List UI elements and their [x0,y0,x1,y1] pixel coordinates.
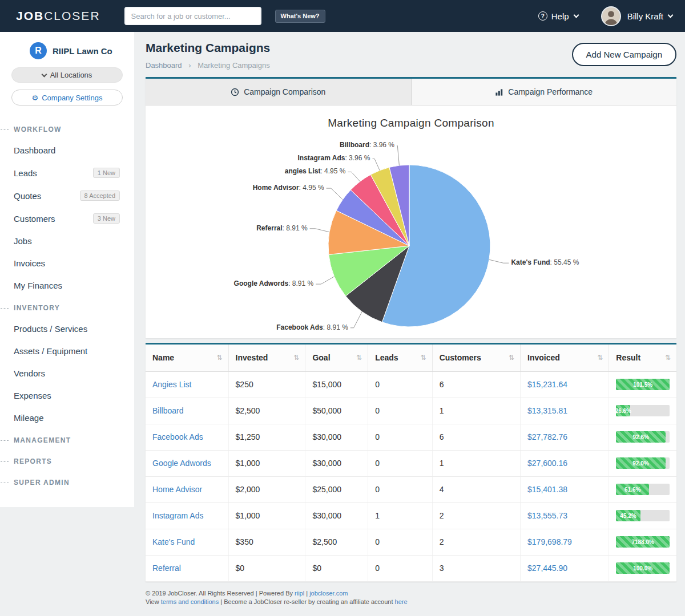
invoiced-link[interactable]: $15,231.64 [527,380,567,389]
sidebar-item-quotes[interactable]: Quotes8 Accepted [0,184,134,207]
column-label: Leads [375,353,398,362]
campaign-link[interactable]: Angies List [152,380,191,389]
sort-icon[interactable]: ⇅ [293,354,299,362]
result-percent-label: 101.5% [633,382,652,388]
sidebar-item-customers[interactable]: Customers3 New [0,207,134,230]
table-header-row: Name⇅Invested⇅Goal⇅Leads⇅Customers⇅Invoi… [146,345,676,371]
cell-customers: 6 [432,424,520,450]
sidebar-item-label: Quotes [14,191,41,201]
sidebar-item-vendors[interactable]: Vendors [0,362,134,384]
sidebar-item-mileage[interactable]: Mileage [0,407,134,429]
invoiced-link[interactable]: $179,698.79 [527,537,572,546]
invoiced-link[interactable]: $15,401.38 [527,485,567,494]
campaign-link[interactable]: Facebook Ads [152,432,203,441]
sidebar-item-label: Products / Services [14,324,87,334]
campaign-table-card: Name⇅Invested⇅Goal⇅Leads⇅Customers⇅Invoi… [146,343,676,582]
nav-section-reports[interactable]: REPORTS [0,450,134,471]
invoiced-link[interactable]: $27,782.76 [527,432,567,441]
sort-icon[interactable]: ⇅ [217,354,223,362]
section-label: INVENTORY [14,304,60,312]
sort-icon[interactable]: ⇅ [356,354,362,362]
cell-invoiced: $27,445.90 [521,555,609,581]
sidebar-item-products-services[interactable]: Products / Services [0,318,134,340]
company-settings-button[interactable]: ⚙ Company Settings [11,90,123,106]
cell-customers: 1 [432,398,520,424]
column-label: Name [152,353,174,362]
column-header-goal[interactable]: Goal⇅ [305,345,368,371]
riipl-link[interactable]: riipl [295,590,304,597]
sidebar-item-my-finances[interactable]: My Finances [0,274,134,297]
invoiced-link[interactable]: $13,315.81 [527,406,567,415]
column-header-leads[interactable]: Leads⇅ [368,345,433,371]
section-label: MANAGEMENT [14,436,71,444]
column-label: Goal [312,353,330,362]
nav-section-super-admin[interactable]: SUPER ADMIN [0,471,134,492]
campaign-link[interactable]: Referral [152,564,181,573]
app-logo[interactable]: JOBCLOSER [16,9,100,23]
invoiced-link[interactable]: $27,445.90 [527,564,567,573]
result-bar-track: 26.6% [616,405,670,416]
nav-section-workflow[interactable]: WORKFLOW [0,118,134,139]
column-header-customers[interactable]: Customers⇅ [432,345,520,371]
sidebar-item-leads[interactable]: Leads1 New [0,161,134,184]
cell-goal: $30,000 [305,502,368,529]
jobcloser-link[interactable]: jobcloser.com [309,590,348,597]
invoiced-link[interactable]: $13,555.73 [527,511,567,520]
cell-name: Referral [146,555,228,581]
sort-icon[interactable]: ⇅ [665,354,671,362]
campaign-link[interactable]: Instagram Ads [152,511,204,520]
chevron-down-icon [668,12,674,18]
cell-invoiced: $27,782.76 [521,424,609,450]
pie-connector-line [327,188,343,200]
sidebar-item-jobs[interactable]: Jobs [0,230,134,252]
nav-section-inventory[interactable]: INVENTORY [0,297,134,318]
pie-connector-line [489,260,509,263]
table-body: Angies List$250$15,00006$15,231.64101.5%… [146,371,676,581]
gear-icon: ⚙ [32,94,39,102]
sidebar-item-label: My Finances [14,281,62,290]
tab-campaign-performance[interactable]: Campaign Performance [411,79,677,105]
campaign-link[interactable]: Google Adwords [152,459,211,468]
sort-icon[interactable]: ⇅ [421,354,426,362]
table-row: Instagram Ads$1,000$30,00012$13,555.7345… [146,502,676,529]
tabs: Campaign Comparison Campaign Performance [146,79,676,106]
nav-section-management[interactable]: MANAGEMENT [0,429,134,450]
search-input[interactable] [124,7,261,25]
breadcrumb-dashboard[interactable]: Dashboard [146,61,182,70]
affiliate-link[interactable]: here [395,598,408,605]
campaign-link[interactable]: Kate's Fund [152,537,195,546]
column-header-result[interactable]: Result⇅ [609,345,676,371]
campaign-link[interactable]: Billboard [152,406,183,415]
campaign-link[interactable]: Home Advisor [152,485,202,494]
tab-campaign-comparison[interactable]: Campaign Comparison [146,79,411,105]
sort-icon[interactable]: ⇅ [597,354,603,362]
sidebar-item-invoices[interactable]: Invoices [0,252,134,274]
column-header-invoiced[interactable]: Invoiced⇅ [521,345,609,371]
topbar: JOBCLOSER What's New? ? Help Billy Kraft [0,0,685,32]
locations-dropdown[interactable]: All Locations [11,67,123,83]
terms-link[interactable]: terms and conditions [161,598,219,605]
sidebar-item-dashboard[interactable]: Dashboard [0,139,134,161]
sidebar-item-assets-equipment[interactable]: Assets / Equipment [0,340,134,362]
column-header-invested[interactable]: Invested⇅ [228,345,305,371]
cell-goal: $30,000 [305,450,368,476]
result-percent-label: 92.0% [632,460,648,467]
table-row: Home Advisor$2,000$25,00004$15,401.3861.… [146,476,676,502]
whats-new-button[interactable]: What's New? [275,10,325,23]
campaign-table: Name⇅Invested⇅Goal⇅Leads⇅Customers⇅Invoi… [146,345,676,582]
help-menu[interactable]: ? Help [538,11,578,21]
sidebar-item-expenses[interactable]: Expenses [0,384,134,407]
sort-icon[interactable]: ⇅ [509,354,514,362]
invoiced-link[interactable]: $27,600.16 [527,459,567,468]
footer-text: View [146,598,161,605]
cell-invested: $250 [228,371,305,398]
cell-invested: $2,000 [228,476,305,502]
cell-leads: 0 [368,424,433,450]
tab-label: Campaign Comparison [244,87,325,96]
footer: © 2019 JobCloser. All Rights Reserved | … [146,589,676,606]
column-header-name[interactable]: Name⇅ [146,345,228,371]
add-new-campaign-button[interactable]: Add New Campaign [572,43,676,66]
pie-stage: Marketing Campaign Comparison Kate's Fun… [146,106,676,338]
avatar[interactable] [601,6,621,26]
user-menu[interactable]: Billy Kraft [627,11,672,21]
